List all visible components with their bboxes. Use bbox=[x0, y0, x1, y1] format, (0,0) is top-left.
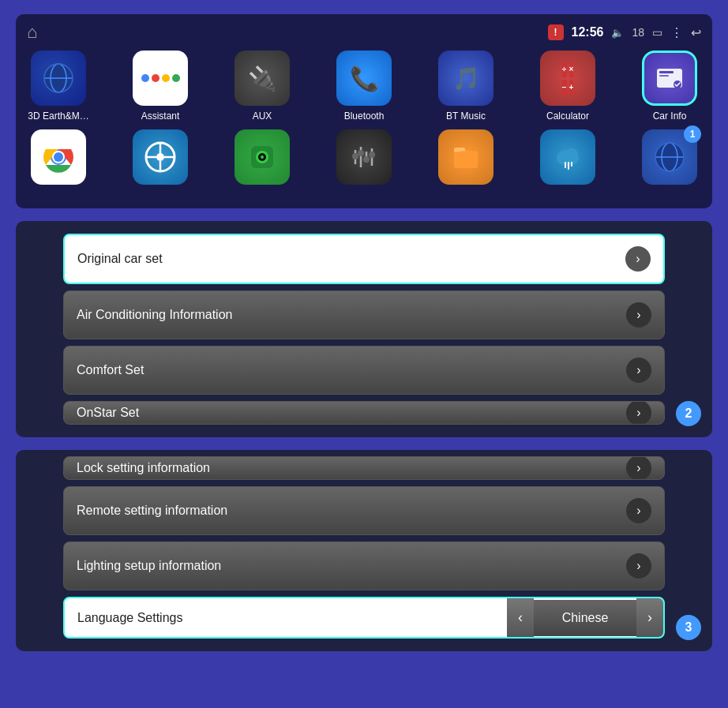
language-settings-row: Language Settings ‹ Chinese › bbox=[63, 597, 665, 639]
app-chrome-icon bbox=[31, 129, 86, 185]
svg-point-27 bbox=[358, 150, 364, 156]
bluetooth-symbol: 📞 bbox=[350, 65, 379, 92]
menu-item-remote-setting-label: Remote setting information bbox=[77, 504, 227, 518]
svg-rect-6 bbox=[659, 75, 669, 77]
app-calculator-label: Calculator bbox=[546, 111, 589, 122]
menu-item-onstar-set-label: OnStar Set bbox=[77, 406, 139, 420]
svg-point-33 bbox=[565, 148, 578, 161]
app-3dearth-label: 3D Earth&M… bbox=[28, 111, 88, 122]
app-cloud-icon bbox=[540, 129, 595, 185]
app-rec-icon bbox=[235, 129, 290, 185]
menu-item-lighting-setup-label: Lighting setup information bbox=[77, 559, 221, 573]
svg-point-13 bbox=[156, 153, 164, 161]
app-aux-label: AUX bbox=[253, 111, 272, 122]
app-eq[interactable] bbox=[332, 129, 396, 189]
calc-cell: − bbox=[562, 80, 567, 96]
calc-cell: ÷ bbox=[562, 62, 567, 77]
menu-item-lighting-setup[interactable]: Lighting setup information › bbox=[63, 541, 665, 590]
app-chrome[interactable] bbox=[27, 129, 90, 189]
app-calculator[interactable]: ÷ × − + Calculator bbox=[536, 51, 599, 122]
app-carinfo-icon bbox=[642, 51, 697, 106]
menu-chevron-remote-setting: › bbox=[626, 498, 651, 523]
dot-blue bbox=[141, 74, 149, 82]
app-rec[interactable] bbox=[231, 129, 294, 189]
menu-item-air-conditioning[interactable]: Air Conditioning Information › bbox=[63, 290, 665, 339]
app-btmusic-label: BT Music bbox=[446, 111, 486, 122]
language-settings-label: Language Settings bbox=[65, 600, 507, 636]
app-3dearth[interactable]: 3D Earth&M… bbox=[27, 51, 90, 122]
svg-point-11 bbox=[54, 152, 63, 162]
home-icon[interactable]: ⌂ bbox=[27, 22, 37, 43]
dot-yellow bbox=[162, 74, 170, 82]
battery-icon: ▭ bbox=[652, 26, 662, 39]
menu-item-original-car-set[interactable]: Original car set › bbox=[63, 234, 665, 284]
app-row-1: 3D Earth&M… Assistant 🔌 bbox=[27, 51, 701, 122]
menu-item-comfort-set[interactable]: Comfort Set › bbox=[63, 346, 665, 395]
menu-chevron-comfort-set: › bbox=[626, 358, 651, 383]
svg-point-29 bbox=[369, 152, 375, 158]
menu-item-original-car-set-label: Original car set bbox=[77, 252, 163, 266]
menu-item-onstar-set[interactable]: OnStar Set › bbox=[63, 401, 665, 425]
app-eq-icon bbox=[336, 129, 392, 185]
calc-cell: × bbox=[569, 62, 574, 77]
aux-plug-icon: 🔌 bbox=[248, 65, 277, 92]
app-btmusic[interactable]: 🎵 BT Music bbox=[434, 51, 497, 122]
screen-container: ⌂ ! 12:56 🔈 18 ▭ ⋮ ↩ 3D Earth&M… bbox=[0, 0, 728, 708]
assistant-dots bbox=[141, 74, 180, 82]
app-assistant-icon bbox=[133, 51, 188, 106]
menu-item-remote-setting[interactable]: Remote setting information › bbox=[63, 486, 665, 535]
app-bluetooth-label: Bluetooth bbox=[344, 111, 385, 122]
calc-grid: ÷ × − + bbox=[556, 55, 580, 102]
app-files-icon bbox=[438, 129, 493, 185]
svg-point-26 bbox=[352, 153, 358, 159]
menu-chevron-lock-setting: › bbox=[626, 456, 651, 480]
app-assistant[interactable]: Assistant bbox=[129, 51, 192, 122]
app-aux[interactable]: 🔌 AUX bbox=[231, 51, 294, 122]
volume-icon: 🔈 bbox=[611, 27, 624, 39]
app-assistant-label: Assistant bbox=[141, 111, 180, 122]
dot-green bbox=[172, 74, 180, 82]
app-steering-icon bbox=[133, 129, 188, 185]
top-bar-left: ⌂ bbox=[27, 22, 37, 43]
dot-red bbox=[152, 74, 159, 82]
menu-chevron-lighting-setup: › bbox=[626, 553, 651, 579]
alert-icon: ! bbox=[548, 24, 564, 40]
app-carinfo[interactable]: Car Info bbox=[638, 51, 701, 122]
back-icon[interactable]: ↩ bbox=[691, 25, 701, 40]
menu-item-air-conditioning-label: Air Conditioning Information bbox=[77, 308, 232, 322]
language-prev-button[interactable]: ‹ bbox=[507, 598, 534, 637]
volume-level: 18 bbox=[632, 26, 644, 39]
step-badge-2: 2 bbox=[676, 401, 701, 426]
earth2-badge: 1 bbox=[684, 125, 701, 143]
clock-display: 12:56 bbox=[572, 25, 604, 39]
menu-item-lock-setting[interactable]: Lock setting information › bbox=[63, 456, 665, 480]
app-carinfo-label: Car Info bbox=[653, 111, 687, 122]
menu-chevron-original-car-set: › bbox=[625, 246, 651, 272]
calc-cell: + bbox=[569, 80, 574, 96]
menu-chevron-onstar-set: › bbox=[626, 401, 651, 425]
app-bluetooth[interactable]: 📞 Bluetooth bbox=[332, 51, 396, 122]
menu-item-lock-setting-label: Lock setting information bbox=[77, 461, 210, 475]
btmusic-symbol: 🎵 bbox=[452, 66, 480, 92]
menu-chevron-air-conditioning: › bbox=[626, 302, 651, 328]
app-earth2[interactable]: 1 bbox=[638, 129, 701, 189]
app-files[interactable] bbox=[434, 129, 497, 189]
app-grid-panel: ⌂ ! 12:56 🔈 18 ▭ ⋮ ↩ 3D Earth&M… bbox=[16, 14, 712, 208]
app-calculator-icon: ÷ × − + bbox=[540, 51, 595, 106]
overflow-menu-icon[interactable]: ⋮ bbox=[670, 25, 683, 40]
menu-item-comfort-set-label: Comfort Set bbox=[77, 363, 144, 377]
language-next-button[interactable]: › bbox=[636, 598, 663, 637]
step-badge-3: 3 bbox=[676, 615, 701, 640]
main-menu-panel: 2 Original car set › Air Conditioning In… bbox=[16, 221, 712, 437]
app-bluetooth-icon: 📞 bbox=[336, 51, 392, 106]
language-current-value: Chinese bbox=[534, 600, 636, 636]
secondary-menu-panel: 3 Lock setting information › Remote sett… bbox=[16, 450, 712, 651]
top-bar-right: ! 12:56 🔈 18 ▭ ⋮ ↩ bbox=[548, 24, 702, 40]
app-steering[interactable] bbox=[129, 129, 192, 189]
app-btmusic-icon: 🎵 bbox=[438, 51, 493, 106]
app-3dearth-icon bbox=[31, 51, 86, 106]
app-cloud[interactable] bbox=[536, 129, 599, 189]
svg-point-21 bbox=[261, 155, 264, 159]
app-aux-icon: 🔌 bbox=[235, 51, 290, 106]
svg-point-28 bbox=[363, 156, 370, 163]
